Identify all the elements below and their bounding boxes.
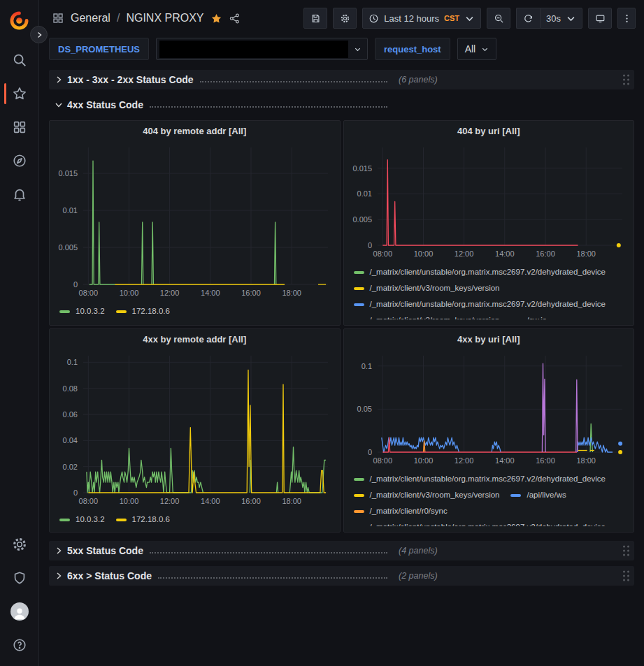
tv-mode-button[interactable]: [588, 8, 612, 29]
panel-4xx-by-remote-addr: 4xx by remote addr [All] 00.020.040.060.…: [49, 328, 341, 533]
series-line: [492, 442, 501, 452]
svg-text:16:00: 16:00: [536, 456, 555, 465]
toolbar: Last 12 hours CST 30s: [303, 8, 636, 29]
legend-item[interactable]: /_matrix/client/unstable/org.matrix.msc2…: [354, 266, 606, 279]
panel-title[interactable]: 404 by uri [All]: [348, 122, 630, 140]
svg-text:08:00: 08:00: [79, 289, 99, 297]
legend-item[interactable]: 10.0.3.2: [59, 513, 105, 526]
chevron-right-icon: [55, 75, 63, 84]
search-icon[interactable]: [3, 43, 36, 77]
refresh-icon: [523, 13, 534, 24]
legend-item[interactable]: /api/live/ws: [510, 488, 566, 502]
series-line: [382, 160, 578, 245]
legend-marker: [510, 494, 521, 497]
dashboard-header: General / NGINX PROXY Last 12 hours CST: [39, 0, 644, 36]
alerting-bell-icon[interactable]: [3, 178, 36, 211]
dashboard-apps-icon[interactable]: [52, 12, 64, 24]
legend-label: /_matrix/client/v3/room_keys/version: [370, 314, 500, 319]
refresh-button[interactable]: [516, 8, 540, 29]
row-panel-count: (4 panels): [399, 546, 438, 556]
row-title: 4xx Status Code: [67, 99, 143, 110]
page-title[interactable]: NGINX PROXY: [126, 12, 203, 24]
timeseries-chart[interactable]: 00.0050.010.01508:0010:0012:0014:0016:00…: [54, 140, 334, 303]
legend-label: 172.18.0.6: [132, 513, 170, 526]
breadcrumb: General / NGINX PROXY: [52, 12, 241, 24]
row-header-5xx[interactable]: 5xx Status Code (4 panels): [49, 541, 634, 560]
row-title: 1xx - 3xx - 2xx Status Code: [67, 74, 194, 85]
svg-text:14:00: 14:00: [201, 289, 220, 297]
svg-text:18:00: 18:00: [576, 456, 596, 465]
legend-item[interactable]: /_matrix/client/v3/room_keys/version: [354, 282, 500, 295]
series-line: [90, 161, 115, 284]
legend-marker: [354, 319, 364, 320]
help-icon[interactable]: [3, 628, 36, 662]
legend-item[interactable]: 172.18.0.6: [116, 305, 170, 318]
legend-item[interactable]: /_matrix/client/r0/sync: [354, 505, 448, 518]
row-title: 5xx Status Code: [67, 545, 143, 556]
zoom-out-button[interactable]: [487, 8, 510, 29]
legend-item[interactable]: /sw.js: [510, 314, 546, 319]
more-options-kebab[interactable]: [617, 8, 636, 29]
svg-text:0.04: 0.04: [63, 436, 78, 444]
svg-text:18:00: 18:00: [282, 289, 301, 297]
legend-item[interactable]: /_matrix/client/unstable/org.matrix.msc2…: [354, 472, 606, 486]
series-line: [382, 437, 577, 452]
legend-label: 10.0.3.2: [76, 305, 105, 318]
series-point: [618, 450, 622, 454]
timeseries-chart[interactable]: 00.020.040.060.080.108:0010:0012:0014:00…: [54, 349, 334, 511]
row-header-6xx[interactable]: 6xx > Status Code (2 panels): [49, 566, 634, 586]
refresh-interval-dropdown[interactable]: 30s: [540, 8, 582, 29]
legend-marker: [354, 478, 364, 481]
breadcrumb-root[interactable]: General: [71, 12, 110, 24]
legend-item[interactable]: /_matrix/client/unstable/org.matrix.msc2…: [354, 521, 606, 526]
drag-handle-icon[interactable]: [623, 75, 629, 85]
series-line: [276, 482, 278, 493]
timeseries-chart[interactable]: 00.0050.010.01508:0010:0012:0014:0016:00…: [348, 140, 628, 263]
svg-text:12:00: 12:00: [160, 289, 180, 297]
legend-item[interactable]: 172.18.0.6: [116, 513, 170, 526]
admin-shield-icon[interactable]: [3, 561, 36, 595]
dashboards-grid-icon[interactable]: [3, 110, 36, 144]
datasource-value-redacted: [159, 41, 348, 58]
explore-compass-icon[interactable]: [3, 144, 36, 178]
svg-text:0.1: 0.1: [67, 358, 78, 366]
row-panel-count: (6 panels): [399, 75, 438, 85]
svg-text:0: 0: [367, 448, 371, 456]
legend-item[interactable]: 10.0.3.2: [59, 305, 105, 318]
save-icon: [310, 13, 321, 24]
save-dashboard-button[interactable]: [303, 8, 327, 29]
datasource-variable-label[interactable]: DS_PROMETHEUS: [49, 38, 149, 60]
svg-text:0.02: 0.02: [63, 463, 78, 471]
legend-label: /_matrix/client/unstable/org.matrix.msc2…: [370, 266, 606, 279]
legend-item[interactable]: /_matrix/client/v3/room_keys/version: [354, 314, 500, 319]
row-header-1xx[interactable]: 1xx - 3xx - 2xx Status Code (6 panels): [49, 70, 634, 89]
drag-handle-icon[interactable]: [623, 571, 629, 581]
share-icon[interactable]: [229, 13, 241, 24]
svg-text:0.1: 0.1: [361, 362, 371, 370]
datasource-variable-select[interactable]: [156, 38, 368, 60]
panel-title[interactable]: 404 by remote addr [All]: [54, 122, 336, 140]
time-range-picker[interactable]: Last 12 hours CST: [362, 8, 481, 29]
settings-gear-icon[interactable]: [3, 528, 36, 561]
svg-text:10:00: 10:00: [413, 456, 433, 465]
avatar[interactable]: [3, 595, 36, 628]
timeseries-chart[interactable]: 00.050.108:0010:0012:0014:0016:0018:00: [348, 349, 628, 470]
svg-text:12:00: 12:00: [160, 497, 180, 505]
request-host-variable-label[interactable]: request_host: [375, 38, 450, 60]
dashboard-canvas: 1xx - 3xx - 2xx Status Code (6 panels) 4…: [39, 67, 644, 666]
panel-title[interactable]: 4xx by remote addr [All]: [54, 331, 336, 349]
row-header-4xx[interactable]: 4xx Status Code: [49, 95, 634, 115]
legend-item[interactable]: /_matrix/client/unstable/org.matrix.msc2…: [354, 298, 606, 311]
legend-marker: [59, 519, 70, 521]
legend-item[interactable]: /_matrix/client/v3/room_keys/version: [354, 488, 500, 502]
starred-nav-icon[interactable]: [3, 77, 36, 110]
favorite-star-icon[interactable]: [210, 13, 222, 24]
panel-404-by-uri: 404 by uri [All] 00.0050.010.01508:0010:…: [343, 120, 635, 326]
dashboard-settings-button[interactable]: [333, 8, 357, 29]
request-host-variable-select[interactable]: All: [457, 38, 497, 60]
svg-text:0.005: 0.005: [58, 243, 78, 252]
panel-title[interactable]: 4xx by uri [All]: [348, 331, 630, 349]
sidebar-collapse-button[interactable]: [30, 26, 48, 43]
svg-text:0: 0: [367, 241, 371, 249]
drag-handle-icon[interactable]: [623, 546, 629, 556]
